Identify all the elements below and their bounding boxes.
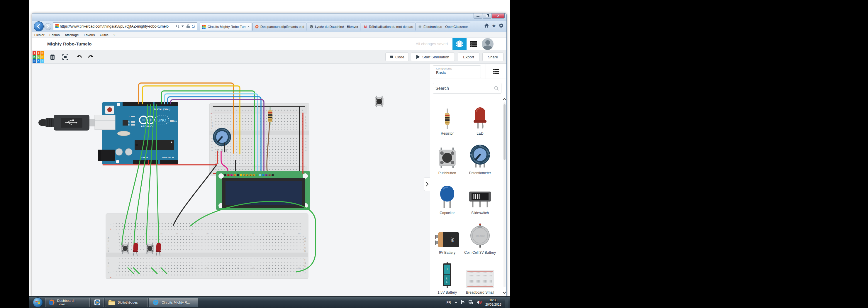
component-capacitor[interactable]: Capacitor xyxy=(431,177,464,216)
svg-text:a: a xyxy=(211,149,213,151)
volume-muted-icon[interactable] xyxy=(477,300,482,305)
component-aa-battery[interactable]: + − AA 1.5V 1.5V Battery xyxy=(431,257,464,296)
close-button[interactable]: × xyxy=(492,13,505,19)
undo-button[interactable] xyxy=(76,53,83,60)
component-coin-cell[interactable]: CR 2032 Coin Cell 3V Battery xyxy=(464,217,496,256)
pushbutton-loose[interactable] xyxy=(375,96,383,107)
scroll-down-icon[interactable] xyxy=(503,291,506,294)
pushbutton-on-board[interactable] xyxy=(146,243,154,254)
system-tray: FR 16:35 29/03/2018 xyxy=(446,297,510,308)
browser-window: × https://www.tinkercad.com/things/a58pL… xyxy=(32,13,507,296)
svg-text:+: + xyxy=(110,276,112,279)
start-simulation-button[interactable]: Start Simulation xyxy=(411,53,455,61)
window-titlebar[interactable]: × xyxy=(32,13,506,21)
arduino-uno[interactable]: L TX RX ARDUINO UNO xyxy=(95,102,178,164)
desktop: × https://www.tinkercad.com/things/a58pL… xyxy=(29,0,510,308)
component-resistor[interactable]: Resistor xyxy=(431,98,464,137)
firefox-icon xyxy=(49,299,55,306)
component-label: 9V Battery xyxy=(439,250,456,255)
user-avatar[interactable] xyxy=(482,38,494,50)
network-icon[interactable] xyxy=(469,300,473,305)
action-center-flag-icon[interactable] xyxy=(461,300,465,305)
trash-icon xyxy=(50,54,55,60)
tab-circuits[interactable]: Circuits Mighty Robo-Tum... × xyxy=(200,23,252,31)
component-led[interactable]: LED xyxy=(464,98,496,137)
share-button[interactable]: Share xyxy=(483,53,503,61)
address-bar[interactable]: https://www.tinkercad.com/things/a58pL7Q… xyxy=(53,22,197,30)
component-slideswitch[interactable]: Slideswitch xyxy=(464,177,496,216)
zoom-to-fit-button[interactable] xyxy=(62,53,69,60)
code-label: Code xyxy=(395,55,404,59)
scroll-up-icon[interactable] xyxy=(503,98,506,101)
back-arrow-icon xyxy=(36,24,41,29)
taskbar-firefox[interactable]: Dashboard | Tinke... xyxy=(45,298,90,307)
minimize-button[interactable] xyxy=(473,13,483,19)
favorites-star-icon[interactable]: ★ xyxy=(492,23,496,29)
circuit-canvas[interactable]: L TX RX ARDUINO UNO xyxy=(32,64,430,296)
menu-favoris[interactable]: Favoris xyxy=(84,33,95,37)
navigation-bar: https://www.tinkercad.com/things/a58pL7Q… xyxy=(32,21,506,32)
back-button[interactable] xyxy=(34,22,44,31)
circuit-view-button[interactable] xyxy=(453,38,467,50)
export-button[interactable]: Export xyxy=(458,53,479,61)
settings-gear-icon[interactable] xyxy=(499,23,503,29)
forward-button[interactable] xyxy=(44,23,51,30)
battery-9v-icon: + 9V xyxy=(435,231,460,248)
refresh-icon[interactable] xyxy=(191,24,196,29)
taskbar-libraries[interactable]: Bibliothèques xyxy=(105,298,148,307)
tinkercad-logo[interactable]: TIN KER CAD xyxy=(33,51,44,63)
chevron-down-icon[interactable] xyxy=(180,24,185,29)
taskbar: Dashboard | Tinke... Bibliothèques xyxy=(29,296,510,308)
save-status: All changes saved xyxy=(415,42,448,46)
menu-edition[interactable]: Edition xyxy=(50,33,60,37)
language-indicator[interactable]: FR xyxy=(446,301,451,304)
show-desktop-button[interactable] xyxy=(505,297,508,308)
search-input[interactable] xyxy=(435,86,494,91)
home-icon[interactable] xyxy=(484,23,489,29)
tinkercad-app: Mighty Robo-Tumelo All changes saved xyxy=(32,38,506,296)
menu-fichier[interactable]: Fichier xyxy=(34,33,44,37)
category-dropdown[interactable]: Components Basic xyxy=(433,65,481,78)
taskbar-mediaplayer[interactable] xyxy=(91,298,104,307)
menu-affichage[interactable]: Affichage xyxy=(65,33,79,37)
site-favicon xyxy=(255,25,259,29)
tab-gmail[interactable]: M Réinitialisation du mot de pass... xyxy=(361,23,415,31)
panel-collapse-handle[interactable] xyxy=(424,178,430,191)
component-search[interactable] xyxy=(433,83,501,94)
usb-cable[interactable] xyxy=(38,115,99,130)
tab-parcours[interactable]: Des parcours diplômants et de... xyxy=(252,23,306,31)
svg-text:e: e xyxy=(211,137,213,140)
tab-lycee[interactable]: Lycée du Dauphiné - Bienvenu... xyxy=(307,23,361,31)
component-9v-battery[interactable]: + 9V 9V Battery xyxy=(431,217,464,256)
tray-expand-icon[interactable] xyxy=(455,301,458,303)
component-pushbutton[interactable]: Pushbutton xyxy=(431,137,464,177)
panel-header: Components Basic xyxy=(430,64,506,79)
svg-text:C: C xyxy=(304,243,306,246)
list-view-button[interactable] xyxy=(469,40,478,49)
redo-button[interactable] xyxy=(87,53,94,60)
search-icon[interactable] xyxy=(175,24,180,29)
component-breadboard-small[interactable]: Breadboard Small xyxy=(464,257,496,296)
scrollbar-thumb[interactable] xyxy=(503,104,505,160)
delete-button[interactable] xyxy=(49,53,56,60)
component-potentiometer[interactable]: Potentiometer xyxy=(464,137,496,177)
tab-close-icon[interactable]: × xyxy=(248,25,250,29)
avatar-head xyxy=(485,40,490,45)
menu-outils[interactable]: Outils xyxy=(100,33,108,37)
tab-openclassrooms[interactable]: Électronique - OpenClassrooms xyxy=(415,23,470,31)
code-button[interactable]: Code xyxy=(385,53,409,61)
taskbar-ie[interactable]: Circuits Mighty R... xyxy=(149,298,198,307)
app-header: Mighty Robo-Tumelo All changes saved xyxy=(32,38,506,50)
svg-text:30: 30 xyxy=(206,233,209,235)
svg-text:H: H xyxy=(304,265,306,268)
restore-button[interactable] xyxy=(483,13,492,19)
panel-scrollbar[interactable] xyxy=(503,98,506,294)
start-button[interactable] xyxy=(33,298,43,307)
svg-text:55: 55 xyxy=(283,233,285,235)
clock[interactable]: 16:35 29/03/2018 xyxy=(485,298,501,307)
menu-aide[interactable]: ? xyxy=(114,33,115,37)
panel-view-toggle[interactable] xyxy=(492,67,500,75)
project-title[interactable]: Mighty Robo-Tumelo xyxy=(47,41,92,47)
pushbutton-on-board[interactable] xyxy=(121,243,129,254)
circuit-svg[interactable]: L TX RX ARDUINO UNO xyxy=(32,64,430,296)
